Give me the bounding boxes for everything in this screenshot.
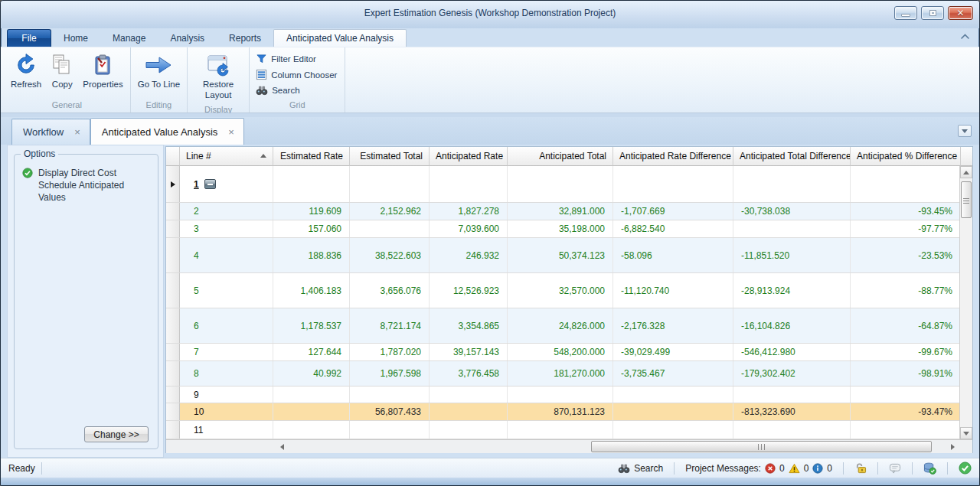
grid-cell[interactable]: 38,522.603 [350,238,430,272]
project-messages[interactable]: Project Messages: 0 0 0 [685,463,832,474]
scroll-left-button[interactable] [276,441,288,452]
grid-row-8[interactable]: 840.9921,967.5983,776.458181,270.000-3,7… [166,361,972,387]
row-indicator[interactable] [166,344,180,360]
grid-cell[interactable]: 39,157.143 [430,344,508,360]
column-header-line-[interactable]: Line # [180,147,273,166]
vertical-scrollbar[interactable] [959,166,972,439]
doc-tab-workflow[interactable]: Workflow × [11,119,90,145]
column-header-anticipated-total[interactable]: Anticipated Total [508,147,613,166]
close-tab-icon[interactable]: × [228,126,234,138]
line-number-cell[interactable]: 10 [180,403,273,420]
grid-search-button[interactable]: Search [253,83,341,97]
vertical-scroll-thumb[interactable] [961,181,972,218]
grid-cell[interactable]: 1,967.598 [350,361,430,386]
grid-cell[interactable]: 2,152.962 [350,203,430,220]
line-number-cell[interactable]: 5 [180,273,273,308]
grid-cell[interactable]: -2,176.328 [613,308,733,343]
grid-cell[interactable]: 3,656.076 [350,273,430,308]
grid-cell[interactable]: -813,323.690 [733,403,851,420]
grid-cell[interactable] [273,421,350,439]
grid-row-1[interactable]: 1 [166,166,972,203]
grid-cell[interactable] [273,387,350,403]
grid-row-5[interactable]: 51,406.1833,656.07612,526.92332,570.000-… [166,273,972,308]
grid-cell[interactable]: 157.060 [273,220,350,237]
grid-cell[interactable]: -23.53% [851,238,961,272]
column-header-estimated-rate[interactable]: Estimated Rate [273,147,350,166]
grid-cell[interactable]: 548,200.000 [508,344,613,360]
collapse-ribbon-button[interactable] [960,33,970,40]
grid-cell[interactable] [851,166,961,202]
grid-cell[interactable]: 32,570.000 [508,273,613,308]
grid-row-6[interactable]: 61,178.5378,721.1743,354.86524,826.000-2… [166,308,972,344]
grid-cell[interactable]: 181,270.000 [508,361,613,386]
grid-cell[interactable]: 188.836 [273,238,350,272]
line-number-cell[interactable]: 2 [180,203,273,220]
grid-cell[interactable]: -93.47% [851,403,961,420]
grid-cell[interactable] [350,166,430,202]
grid-cell[interactable]: -11,851.520 [733,238,851,272]
line-number-cell[interactable]: 3 [180,220,273,237]
grid-cell[interactable] [613,166,733,202]
line-number-cell[interactable]: 6 [180,308,273,343]
line-number-cell[interactable]: 7 [180,344,273,360]
grid-cell[interactable] [508,421,613,439]
tab-list-dropdown-button[interactable] [958,125,972,137]
line-number-cell[interactable]: 4 [180,238,273,272]
scroll-right-button[interactable] [946,441,959,452]
comments-button[interactable] [889,463,901,474]
grid-cell[interactable]: -88.77% [851,273,961,308]
grid-cell[interactable]: 3,776.458 [430,361,508,386]
column-chooser-button[interactable]: Column Chooser [253,67,341,82]
grid-row-3[interactable]: 3157.0607,039.60035,198.000-6,882.540-97… [166,220,972,238]
grid-cell[interactable] [350,387,430,403]
grid-cell[interactable]: -99.67% [851,344,961,360]
grid-cell[interactable] [613,387,733,403]
grid-row-2[interactable]: 2119.6092,152.9621,827.27832,891.000-1,7… [166,203,972,220]
database-status-button[interactable] [923,462,936,475]
ribbon-tab-analysis[interactable]: Analysis [158,29,217,47]
grid-cell[interactable]: -58.096 [613,238,733,272]
column-header-anticipated-difference[interactable]: Anticipated % Difference [851,147,961,166]
grid-cell[interactable]: 32,891.000 [508,203,613,220]
grid-cell[interactable]: -3,735.467 [613,361,733,386]
grid-cell[interactable] [273,403,350,420]
collapse-row-button[interactable] [204,179,216,189]
grid-cell[interactable] [350,421,430,439]
column-header-anticipated-rate-difference[interactable]: Anticipated Rate Difference [613,147,733,166]
row-indicator[interactable] [166,238,180,272]
grid-cell[interactable]: 1,787.020 [350,344,430,360]
grid-cell[interactable]: -97.77% [851,220,961,237]
grid-cell[interactable]: 1,178.537 [273,308,350,343]
grid-cell[interactable] [733,220,851,237]
go-to-line-button[interactable]: Go To Line [134,49,184,92]
row-indicator[interactable] [166,421,180,439]
row-indicator[interactable] [166,220,180,237]
grid-cell[interactable] [508,166,613,202]
grid-row-10[interactable]: 1056,807.433870,131.123-813,323.690-93.4… [166,403,972,421]
grid-cell[interactable]: 119.609 [273,203,350,220]
close-tab-icon[interactable]: × [74,126,80,138]
grid-cell[interactable] [733,421,851,439]
row-indicator[interactable] [166,166,180,202]
ribbon-tab-anticipated-value-analysis[interactable]: Anticipated Value Analysis [273,29,407,47]
row-indicator[interactable] [166,203,180,220]
grid-row-7[interactable]: 7127.6441,787.02039,157.143548,200.000-3… [166,344,972,361]
lock-status-button[interactable] [854,462,867,474]
properties-button[interactable]: Properties [79,49,126,92]
doc-tab-anticipated-value-analysis[interactable]: Anticipated Value Analysis × [90,118,244,145]
grid-cell[interactable] [851,387,961,403]
column-header-estimated-total[interactable]: Estimated Total [350,147,430,166]
grid-cell[interactable] [733,387,851,403]
grid-cell[interactable] [350,220,430,237]
minimize-button[interactable] [894,6,917,20]
line-number-cell[interactable]: 9 [180,387,273,403]
project-ok-indicator[interactable] [959,462,972,475]
grid-cell[interactable]: 50,374.123 [508,238,613,272]
grid-cell[interactable]: -28,913.924 [733,273,851,308]
grid-cell[interactable]: 12,526.923 [430,273,508,308]
row-indicator[interactable] [166,387,180,403]
grid-cell[interactable] [430,421,508,439]
grid-cell[interactable] [613,403,733,420]
grid-cell[interactable] [430,387,508,403]
row-indicator[interactable] [166,273,180,308]
